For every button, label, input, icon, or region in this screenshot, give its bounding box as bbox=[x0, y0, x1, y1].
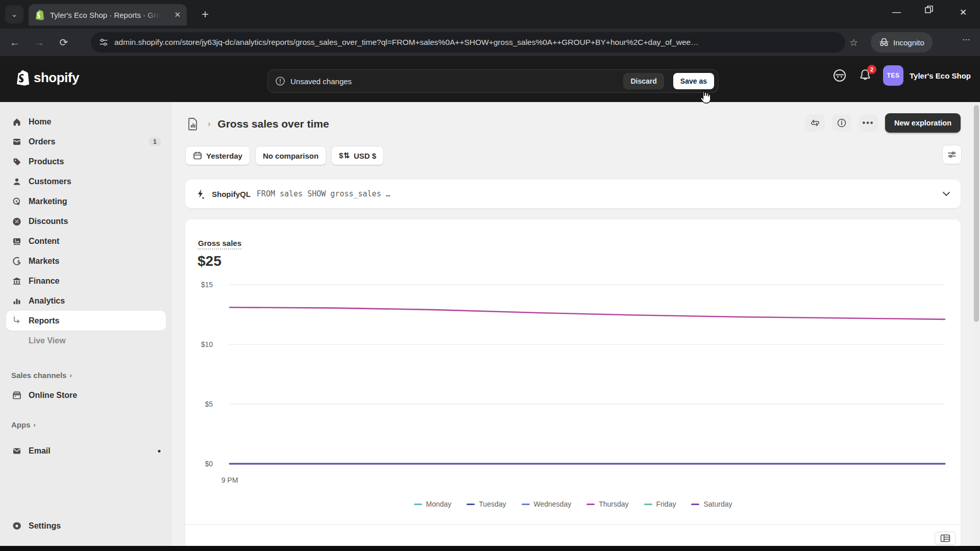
site-settings-icon[interactable] bbox=[99, 38, 108, 47]
scrollbar-thumb[interactable] bbox=[974, 105, 979, 322]
page-title: Gross sales over time bbox=[217, 118, 329, 130]
window-minimize-icon[interactable]: — bbox=[892, 7, 901, 17]
sidebar-item-online-store[interactable]: Online Store bbox=[6, 385, 166, 405]
tab-search-chevron-icon[interactable]: ⌄ bbox=[5, 5, 23, 23]
sidebar-item-live-view[interactable]: Live View bbox=[6, 331, 166, 350]
sidebar-item-label: Analytics bbox=[29, 296, 65, 306]
incognito-label: Incognito bbox=[893, 38, 924, 47]
sales-channels-header[interactable]: Sales channels › bbox=[6, 365, 166, 385]
legend-label: Monday bbox=[426, 500, 452, 508]
sidebar-item-label: Markets bbox=[29, 257, 59, 266]
sidebar-item-finance[interactable]: Finance bbox=[6, 271, 166, 291]
legend-item-thursday[interactable]: Thursday bbox=[586, 500, 628, 508]
sliders-icon bbox=[947, 150, 957, 159]
store-avatar: TES bbox=[883, 65, 903, 86]
save-as-button[interactable]: Save as bbox=[673, 73, 714, 89]
browser-menu-icon[interactable]: ⋮ bbox=[962, 36, 971, 44]
legend-swatch bbox=[586, 504, 595, 505]
y-axis-tick: $10 bbox=[189, 340, 213, 348]
bookmark-star-icon[interactable]: ☆ bbox=[849, 37, 858, 48]
new-tab-icon[interactable]: + bbox=[202, 8, 209, 20]
sidebar-item-analytics[interactable]: Analytics bbox=[6, 291, 166, 311]
x-axis-tick: 9 PM bbox=[222, 476, 238, 484]
more-actions-icon[interactable]: ••• bbox=[859, 114, 878, 132]
sales-chart-svg[interactable] bbox=[185, 219, 961, 495]
email-icon bbox=[11, 446, 22, 456]
legend-swatch bbox=[644, 504, 652, 505]
email-notification-dot: • bbox=[158, 448, 161, 454]
tab-title: Tyler's Eco Shop · Reports · Gro bbox=[50, 11, 160, 19]
store-menu[interactable]: TES Tyler's Eco Shop bbox=[883, 65, 971, 86]
legend-item-saturday[interactable]: Saturday bbox=[691, 500, 732, 508]
legend-item-wednesday[interactable]: Wednesday bbox=[522, 500, 572, 508]
sidebar-item-marketing[interactable]: Marketing bbox=[6, 191, 166, 211]
products-icon bbox=[11, 157, 22, 167]
comparison-filter-button[interactable]: No comparison bbox=[255, 146, 326, 165]
window-restore-icon[interactable] bbox=[925, 6, 933, 16]
sidebar-item-customers[interactable]: Customers bbox=[6, 171, 166, 191]
svg-text:$: $ bbox=[17, 259, 20, 264]
orders-count-badge: 1 bbox=[149, 137, 161, 146]
url-bar[interactable]: admin.shopify.com/store/jy63jq-dc/analyt… bbox=[91, 32, 845, 53]
discard-button[interactable]: Discard bbox=[623, 73, 664, 89]
reload-icon[interactable]: ⟳ bbox=[55, 36, 72, 48]
analytics-icon bbox=[11, 296, 22, 306]
date-filter-button[interactable]: Yesterday bbox=[185, 146, 250, 165]
currency-filter-button[interactable]: $⇅ USD $ bbox=[331, 146, 384, 165]
sidebar-item-home[interactable]: Home bbox=[6, 112, 166, 132]
notification-badge: 2 bbox=[867, 65, 876, 74]
window-close-icon[interactable]: ✕ bbox=[960, 7, 967, 18]
data-table-toggle-button[interactable] bbox=[935, 532, 956, 545]
chevron-right-icon: › bbox=[69, 371, 71, 379]
legend-label: Saturday bbox=[703, 500, 732, 508]
sidebar-item-reports[interactable]: Reports bbox=[6, 311, 166, 331]
browser-tab[interactable]: Tyler's Eco Shop · Reports · Gro ✕ bbox=[29, 4, 187, 26]
info-icon[interactable] bbox=[832, 114, 851, 132]
table-icon bbox=[940, 534, 950, 542]
legend-item-friday[interactable]: Friday bbox=[644, 500, 676, 508]
forward-icon[interactable]: → bbox=[31, 37, 48, 48]
sidebar-item-discounts[interactable]: Discounts bbox=[6, 211, 166, 231]
tab-close-icon[interactable]: ✕ bbox=[174, 10, 181, 19]
page-scrollbar[interactable] bbox=[973, 102, 980, 547]
main-content: › Gross sales over time ••• New explorat… bbox=[172, 102, 980, 547]
chart-settings-button[interactable] bbox=[942, 145, 962, 164]
legend-swatch bbox=[414, 504, 422, 505]
legend-label: Wednesday bbox=[534, 500, 572, 508]
customers-icon bbox=[11, 177, 22, 187]
sidebar-item-label: Finance bbox=[29, 277, 59, 286]
incognito-icon bbox=[879, 38, 889, 47]
shopifyql-bar[interactable]: ShopifyQL FROM sales SHOW gross_sales … bbox=[185, 180, 961, 208]
sidebar-item-email[interactable]: Email • bbox=[6, 441, 166, 461]
sidekick-icon[interactable] bbox=[832, 68, 847, 83]
notifications-button[interactable]: 2 bbox=[859, 68, 872, 83]
y-axis-tick: $5 bbox=[189, 400, 213, 408]
rerun-query-icon[interactable] bbox=[805, 114, 825, 132]
shopify-favicon bbox=[35, 9, 45, 20]
screen-bottom-edge bbox=[0, 546, 980, 551]
alert-icon bbox=[275, 76, 285, 86]
sidebar-item-content[interactable]: Content bbox=[6, 231, 166, 251]
shopify-logo[interactable]: shopify bbox=[15, 69, 79, 86]
content-icon bbox=[11, 236, 22, 246]
lightning-icon bbox=[195, 188, 206, 199]
url-text[interactable]: admin.shopify.com/store/jy63jq-dc/analyt… bbox=[114, 38, 837, 47]
apps-header[interactable]: Apps › bbox=[6, 415, 166, 435]
shopifyql-label: ShopifyQL bbox=[212, 190, 251, 198]
back-icon[interactable]: ← bbox=[6, 37, 23, 48]
new-exploration-button[interactable]: New exploration bbox=[885, 113, 961, 133]
sidebar-item-orders[interactable]: Orders1 bbox=[6, 132, 166, 152]
markets-icon: $ bbox=[11, 256, 22, 266]
legend-item-tuesday[interactable]: Tuesday bbox=[467, 500, 506, 508]
report-file-icon[interactable] bbox=[185, 115, 201, 133]
browser-tab-strip: ⌄ Tyler's Eco Shop · Reports · Gro ✕ + —… bbox=[0, 0, 980, 29]
finance-icon bbox=[11, 276, 22, 286]
sidebar-item-label: Live View bbox=[29, 336, 66, 345]
y-axis-tick: $0 bbox=[189, 460, 213, 468]
sidebar-item-products[interactable]: Products bbox=[6, 152, 166, 171]
sidebar-item-settings[interactable]: Settings bbox=[6, 516, 166, 536]
chevron-down-icon[interactable] bbox=[942, 191, 950, 196]
sidebar-item-markets[interactable]: $Markets bbox=[6, 251, 166, 271]
legend-item-monday[interactable]: Monday bbox=[414, 500, 452, 508]
gross-sales-chart-card: Gross sales $25 $15$10$5$0 9 PM MondayTu… bbox=[185, 219, 961, 547]
